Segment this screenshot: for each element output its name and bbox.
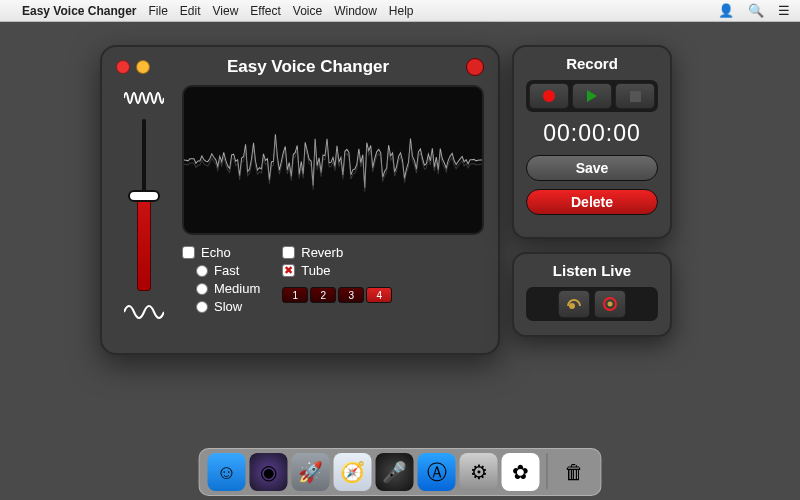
- dock-safari-icon[interactable]: 🧭: [334, 453, 372, 491]
- window-title: Easy Voice Changer: [150, 57, 466, 77]
- save-button[interactable]: Save: [526, 155, 658, 181]
- preset-1[interactable]: 1: [282, 287, 308, 303]
- listen-speaker-button[interactable]: [594, 290, 626, 318]
- listen-live-panel: Listen Live: [512, 252, 672, 337]
- presets-row: 1234: [282, 287, 392, 303]
- menu-edit[interactable]: Edit: [180, 4, 201, 18]
- pitch-slider[interactable]: [134, 115, 154, 295]
- dock-trash-icon[interactable]: 🗑: [555, 453, 593, 491]
- menu-voice[interactable]: Voice: [293, 4, 322, 18]
- record-indicator-icon[interactable]: [466, 58, 484, 76]
- pitch-slider-column: [116, 85, 172, 325]
- menubar: Easy Voice Changer File Edit View Effect…: [0, 0, 800, 22]
- dock-siri-icon[interactable]: ◉: [250, 453, 288, 491]
- menu-extras-icon[interactable]: ☰: [778, 3, 790, 18]
- echo-slow-radio[interactable]: Slow: [196, 299, 260, 314]
- window-titlebar: Easy Voice Changer: [116, 57, 484, 77]
- menu-view[interactable]: View: [213, 4, 239, 18]
- echo-medium-radio[interactable]: Medium: [196, 281, 260, 296]
- preset-4[interactable]: 4: [366, 287, 392, 303]
- listen-title: Listen Live: [526, 262, 658, 279]
- user-icon[interactable]: 👤: [718, 3, 734, 18]
- waveform-display: [182, 85, 484, 235]
- play-button[interactable]: [572, 83, 612, 109]
- wave-sparse-icon: [124, 299, 164, 325]
- echo-fast-radio[interactable]: Fast: [196, 263, 260, 278]
- timer-display: 00:00:00: [526, 120, 658, 147]
- spotlight-icon[interactable]: 🔍: [748, 3, 764, 18]
- svg-point-0: [569, 303, 575, 309]
- window-controls: [116, 60, 150, 74]
- wave-dense-icon: [124, 85, 164, 111]
- minimize-button[interactable]: [136, 60, 150, 74]
- record-title: Record: [526, 55, 658, 72]
- dock-voice-changer-icon[interactable]: 🎤: [376, 453, 414, 491]
- dock: ☺◉🚀🧭🎤Ⓐ⚙✿🗑: [199, 448, 602, 496]
- dock-settings-icon[interactable]: ⚙: [460, 453, 498, 491]
- reverb-checkbox[interactable]: Reverb: [282, 245, 392, 260]
- dock-app-store-icon[interactable]: Ⓐ: [418, 453, 456, 491]
- app-menu[interactable]: Easy Voice Changer: [22, 4, 137, 18]
- preset-2[interactable]: 2: [310, 287, 336, 303]
- tube-checkbox[interactable]: ✖Tube: [282, 263, 392, 278]
- delete-button[interactable]: Delete: [526, 189, 658, 215]
- preset-3[interactable]: 3: [338, 287, 364, 303]
- record-button[interactable]: [529, 83, 569, 109]
- dock-launchpad-icon[interactable]: 🚀: [292, 453, 330, 491]
- menu-effect[interactable]: Effect: [250, 4, 280, 18]
- svg-point-2: [608, 302, 613, 307]
- menu-window[interactable]: Window: [334, 4, 377, 18]
- main-window: Easy Voice Changer Ech: [100, 45, 500, 355]
- transport-controls: [526, 80, 658, 112]
- dock-photos-icon[interactable]: ✿: [502, 453, 540, 491]
- echo-checkbox[interactable]: Echo: [182, 245, 260, 260]
- dock-finder-icon[interactable]: ☺: [208, 453, 246, 491]
- listen-headphones-button[interactable]: [558, 290, 590, 318]
- effects-section: Echo Fast Medium Slow Reverb ✖Tube 1234: [182, 245, 484, 314]
- stop-button[interactable]: [615, 83, 655, 109]
- menu-file[interactable]: File: [149, 4, 168, 18]
- menu-help[interactable]: Help: [389, 4, 414, 18]
- close-button[interactable]: [116, 60, 130, 74]
- record-panel: Record 00:00:00 Save Delete: [512, 45, 672, 239]
